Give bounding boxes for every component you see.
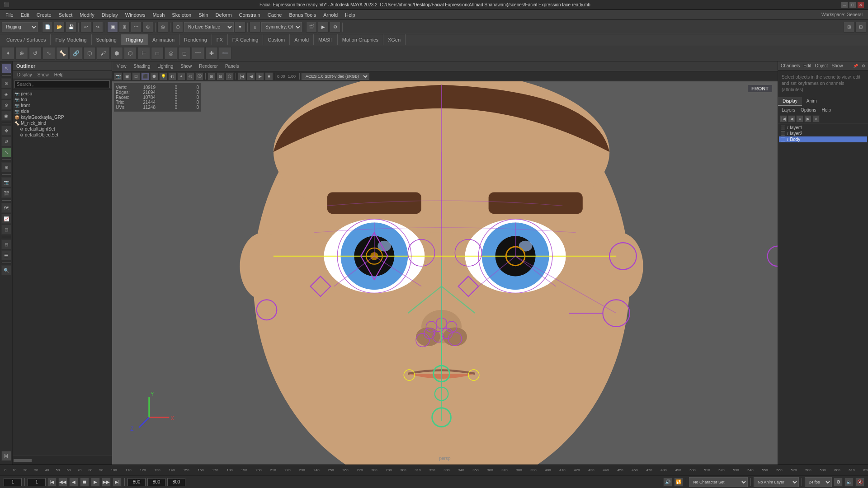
vp-camera-btn[interactable]: 📷 — [114, 72, 122, 80]
snap-curve-btn[interactable]: 〰 — [131, 22, 142, 33]
menu-create[interactable]: Create — [33, 11, 55, 19]
render-btn[interactable]: 🎬 — [306, 22, 317, 33]
channels-show-menu[interactable]: Show — [831, 63, 843, 68]
redo-btn[interactable]: ↪ — [92, 22, 103, 33]
save-btn[interactable]: 💾 — [66, 22, 76, 33]
menu-arnold[interactable]: Arnold — [320, 11, 341, 19]
outliner-menu-help[interactable]: Help — [52, 72, 66, 78]
lasso-select-btn[interactable]: ⊘ — [1, 78, 11, 88]
outliner-item-objectset[interactable]: ⚙ defaultObjectSet — [13, 132, 112, 138]
menu-modify[interactable]: Modify — [76, 11, 98, 19]
maya-logo[interactable]: M — [1, 451, 11, 461]
shelf-icon-smooth-bind[interactable]: ⬢ — [110, 47, 123, 60]
paint-select-btn[interactable]: ◈ — [1, 89, 11, 99]
shelf-tab-xgen[interactable]: XGen — [383, 34, 406, 45]
da-menu-help[interactable]: Help — [820, 107, 833, 113]
menu-file[interactable]: File — [2, 11, 17, 19]
shelf-tab-fxcaching[interactable]: FX Caching — [228, 34, 263, 45]
da-next-btn[interactable]: » — [812, 115, 820, 122]
vp-gate-btn[interactable]: ⬡ — [226, 72, 234, 80]
open-btn[interactable]: 📂 — [54, 22, 65, 33]
menu-skeleton[interactable]: Skeleton — [168, 11, 195, 19]
layer1-visible-check[interactable] — [781, 126, 785, 130]
viewport-canvas[interactable]: Verts: 10919 0 0 Edges: 21694 0 0 Faces:… — [112, 81, 778, 465]
vp-anim-stop-btn[interactable]: ■ — [265, 72, 273, 80]
pb-next-btn[interactable]: ▶▶ — [102, 478, 111, 487]
shelf-tab-rigging[interactable]: Rigging — [122, 34, 148, 45]
pb-start-btn[interactable]: |◀ — [47, 478, 57, 487]
trax-editor-btn[interactable]: ☰ — [1, 250, 11, 260]
ipr-btn[interactable]: ▶ — [318, 22, 329, 33]
outliner-item-front[interactable]: 📷 front — [13, 103, 112, 108]
da-prev-btn[interactable]: ◀ — [788, 115, 795, 122]
graph-editor-btn[interactable]: 📈 — [1, 214, 11, 224]
layer-row-body[interactable]: / Body — [779, 136, 867, 142]
da-menu-options[interactable]: Options — [799, 107, 818, 113]
channels-object-menu[interactable]: Object — [815, 63, 828, 68]
tab-anim[interactable]: Anim — [802, 97, 821, 106]
shelf-tab-mash[interactable]: MASH — [314, 34, 338, 45]
rotate-tool-btn[interactable]: ↺ — [1, 136, 11, 146]
shelf-icon-ik[interactable]: 🔗 — [70, 47, 82, 60]
shelf-icon-curve[interactable]: 〰 — [192, 47, 204, 60]
shelf-tab-poly[interactable]: Poly Modeling — [51, 34, 91, 45]
channels-edit-menu[interactable]: Edit — [803, 63, 811, 68]
outliner-search-input[interactable] — [14, 80, 110, 88]
shelf-icon-scale[interactable]: ⤡ — [42, 47, 55, 60]
shelf-icon-nurbs-sphere[interactable]: ◎ — [165, 47, 177, 60]
time-slider[interactable]: 0 10 20 30 40 50 60 70 80 90 100 110 120… — [0, 465, 868, 475]
character-set-dropdown[interactable]: No Character Set — [689, 477, 748, 487]
da-prev-frame-btn[interactable]: |◀ — [780, 115, 787, 122]
shelf-icon-rigid-bind[interactable]: ⬡ — [124, 47, 137, 60]
new-scene-btn[interactable]: 📄 — [42, 22, 53, 33]
vp-menu-shading[interactable]: Shading — [131, 63, 153, 69]
shelf-icon-rotate[interactable]: ↺ — [29, 47, 42, 60]
menu-bonus-tools[interactable]: Bonus Tools — [285, 11, 320, 19]
sound-btn[interactable]: 🔊 — [663, 478, 672, 487]
vp-ao-btn[interactable]: ◎ — [186, 72, 194, 80]
vp-menu-lighting[interactable]: Lighting — [155, 63, 176, 69]
camera-btn[interactable]: 📷 — [1, 177, 11, 187]
outliner-menu-display[interactable]: Display — [14, 72, 35, 78]
soft-select-btn[interactable]: ◉ — [1, 111, 11, 121]
layer-row-layer2[interactable]: / layer2 — [779, 131, 867, 136]
menu-cache[interactable]: Cache — [264, 11, 286, 19]
mode-dropdown[interactable]: Rigging — [2, 22, 38, 32]
vp-xray-btn[interactable]: ✦ — [177, 72, 185, 80]
anim-layer-dropdown[interactable]: No Anim Layer — [754, 477, 799, 487]
shelf-icon-skincluster[interactable]: ⬡ — [83, 47, 96, 60]
snap-point-btn[interactable]: ⊕ — [142, 22, 153, 33]
outliner-item-persp[interactable]: 📷 persp — [13, 91, 112, 97]
shelf-icon-select[interactable]: ✦ — [2, 47, 14, 60]
vp-wireframe-btn[interactable]: ⊡ — [132, 72, 140, 80]
vp-grid-btn[interactable]: ⊞ — [208, 72, 216, 80]
channels-label[interactable]: Channels — [781, 63, 800, 68]
layer-row-layer1[interactable]: / layer1 — [779, 125, 867, 131]
outliner-h-thumb[interactable] — [14, 459, 32, 462]
snap-grid-btn[interactable]: ⊞ — [119, 22, 130, 33]
shelf-tab-animation[interactable]: Animation — [148, 34, 179, 45]
panel-layout-btn[interactable]: ⊞ — [844, 22, 854, 33]
live-surface-dropdown[interactable]: No Live Surface — [184, 22, 234, 32]
menu-select[interactable]: Select — [55, 11, 76, 19]
da-forward-btn[interactable]: ▶ — [804, 115, 811, 122]
vp-menu-view[interactable]: View — [114, 63, 129, 69]
shelf-icon-plus1[interactable]: ✚ — [205, 47, 218, 60]
shelf-tab-arnold[interactable]: Arnold — [290, 34, 314, 45]
outliner-item-nick[interactable]: 🦴 M_nick_bind — [13, 120, 112, 126]
vp-menu-renderer[interactable]: Renderer — [196, 63, 221, 69]
select-tool-btn[interactable]: ↖ — [1, 63, 11, 73]
fps-dropdown[interactable]: 24 fps — [805, 477, 832, 487]
outliner-item-kayla[interactable]: 📦 kaylaGeo:kayla_GRP — [13, 114, 112, 120]
blend-shape-btn[interactable]: ⊡ — [1, 225, 11, 235]
vp-anim-play-btn[interactable]: ▶ — [256, 72, 264, 80]
pb-mute-btn[interactable]: 🔇 — [855, 478, 864, 487]
select-btn[interactable]: ▣ — [107, 22, 118, 33]
history-btn[interactable]: ◎ — [157, 22, 168, 33]
show-manip-btn[interactable]: ⊞ — [1, 162, 11, 172]
outliner-item-side[interactable]: 📷 side — [13, 108, 112, 114]
vp-colorspace-dropdown[interactable]: ACES 1.0 SDR-video (sRGB) — [302, 73, 369, 80]
vp-anim-prev-btn[interactable]: ◀ — [247, 72, 255, 80]
pb-prev-btn[interactable]: ◀ — [69, 478, 78, 487]
shelf-tab-motion-graphics[interactable]: Motion Graphics — [338, 34, 383, 45]
